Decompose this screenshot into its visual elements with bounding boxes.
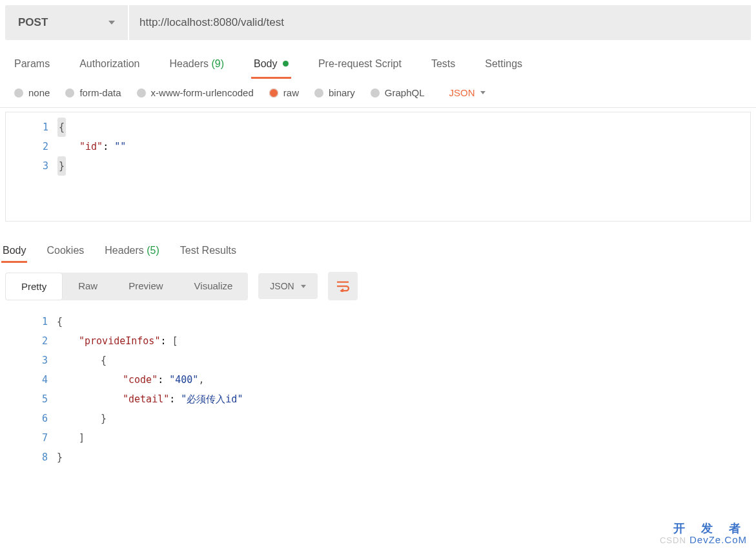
tab-prerequest[interactable]: Pre-request Script — [316, 52, 404, 79]
tab-authorization[interactable]: Authorization — [77, 52, 142, 79]
chevron-down-icon — [480, 91, 485, 94]
wrap-lines-button[interactable] — [328, 272, 358, 300]
tab-headers[interactable]: Headers (9) — [167, 52, 227, 79]
resp-headers-count: (5) — [147, 245, 159, 256]
response-view-bar: Pretty Raw Preview Visualize JSON — [0, 263, 756, 300]
view-pretty[interactable]: Pretty — [5, 273, 63, 300]
body-modified-dot — [283, 61, 289, 67]
tab-tests[interactable]: Tests — [429, 52, 458, 79]
view-visualize[interactable]: Visualize — [179, 273, 249, 300]
code-area[interactable]: { "id": "" } — [57, 112, 750, 221]
view-raw[interactable]: Raw — [63, 273, 113, 300]
line-gutter: 1 2 3 4 5 6 7 8 — [5, 309, 57, 472]
request-tabs: Params Authorization Headers (9) Body Pr… — [0, 45, 756, 79]
body-none[interactable]: none — [14, 87, 50, 98]
body-raw[interactable]: raw — [269, 87, 299, 98]
view-preview[interactable]: Preview — [113, 273, 178, 300]
http-method-label: POST — [18, 16, 48, 29]
tab-body[interactable]: Body — [251, 52, 291, 79]
http-method-select[interactable]: POST — [5, 5, 128, 40]
body-urlencoded[interactable]: x-www-form-urlencoded — [137, 87, 254, 98]
code-area[interactable]: { "provideInfos": [ { "code": "400", "de… — [57, 309, 751, 472]
body-form-data[interactable]: form-data — [65, 87, 121, 98]
request-body-editor[interactable]: 1 2 3 { "id": "" } — [5, 112, 751, 222]
chevron-down-icon — [301, 285, 306, 288]
line-gutter: 1 2 3 — [6, 112, 57, 221]
response-body-editor[interactable]: 1 2 3 4 5 6 7 8 { "provideInfos": [ { "c… — [5, 309, 751, 472]
resp-tab-body[interactable]: Body — [1, 241, 27, 263]
resp-tab-headers[interactable]: Headers (5) — [103, 241, 161, 263]
tab-settings[interactable]: Settings — [482, 52, 525, 79]
resp-tab-tests[interactable]: Test Results — [179, 241, 238, 263]
wrap-icon — [336, 280, 350, 292]
resp-tab-cookies[interactable]: Cookies — [45, 241, 85, 263]
body-format-select[interactable]: JSON — [449, 87, 485, 98]
response-tabs: Body Cookies Headers (5) Test Results — [0, 222, 756, 263]
body-binary[interactable]: binary — [314, 87, 355, 98]
body-graphql[interactable]: GraphQL — [371, 87, 425, 98]
headers-count: (9) — [211, 58, 224, 69]
tab-params[interactable]: Params — [12, 52, 52, 79]
response-format-select[interactable]: JSON — [258, 273, 317, 299]
view-mode-group: Pretty Raw Preview Visualize — [5, 273, 248, 300]
body-type-row: none form-data x-www-form-urlencoded raw… — [0, 79, 756, 108]
url-input[interactable] — [129, 5, 751, 40]
chevron-down-icon — [108, 21, 115, 25]
